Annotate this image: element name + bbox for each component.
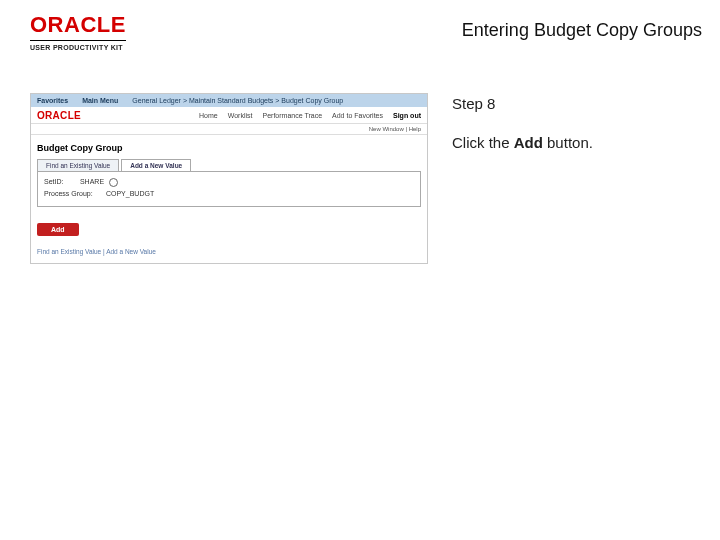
instruction-pane: Step 8 Click the Add button. bbox=[452, 93, 593, 264]
link-perf[interactable]: Performance Trace bbox=[263, 112, 323, 119]
breadcrumb: General Ledger > Maintain Standard Budge… bbox=[132, 97, 343, 104]
instr-suffix: button. bbox=[543, 134, 593, 151]
instruction-text: Click the Add button. bbox=[452, 134, 593, 151]
oracle-logo: ORACLE bbox=[30, 14, 126, 36]
module-title: Budget Copy Group bbox=[31, 135, 427, 159]
newwin-bar[interactable]: New Window | Help bbox=[31, 124, 427, 135]
setid-value[interactable]: SHARE bbox=[80, 178, 104, 185]
add-button[interactable]: Add bbox=[37, 223, 79, 236]
tab-find[interactable]: Find an Existing Value bbox=[37, 159, 119, 171]
lookup-icon[interactable] bbox=[106, 178, 118, 185]
app-secondbar: ORACLE Home Worklist Performance Trace A… bbox=[31, 107, 427, 124]
instr-prefix: Click the bbox=[452, 134, 514, 151]
link-signout[interactable]: Sign out bbox=[393, 112, 421, 119]
main-row: Favorites Main Menu General Ledger > Mai… bbox=[0, 57, 720, 264]
topbar-favorites[interactable]: Favorites bbox=[37, 97, 68, 104]
topbar-mainmenu[interactable]: Main Menu bbox=[82, 97, 118, 104]
setid-row: SetID: SHARE bbox=[44, 178, 414, 187]
form-pane: SetID: SHARE Process Group: COPY_BUDGT bbox=[37, 171, 421, 207]
lesson-title: Entering Budget Copy Groups bbox=[462, 14, 702, 41]
step-label: Step 8 bbox=[452, 95, 593, 112]
oracle-logo-block: ORACLE USER PRODUCTIVITY KIT bbox=[30, 14, 126, 51]
link-worklist[interactable]: Worklist bbox=[228, 112, 253, 119]
oracle-mini-logo: ORACLE bbox=[37, 110, 81, 121]
upk-label: USER PRODUCTIVITY KIT bbox=[30, 40, 126, 51]
footer-links[interactable]: Find an Existing Value | Add a New Value bbox=[31, 242, 427, 263]
group-row: Process Group: COPY_BUDGT bbox=[44, 190, 414, 197]
app-screenshot: Favorites Main Menu General Ledger > Mai… bbox=[30, 93, 428, 264]
page-header: ORACLE USER PRODUCTIVITY KIT Entering Bu… bbox=[0, 0, 720, 57]
tab-add[interactable]: Add a New Value bbox=[121, 159, 191, 171]
group-value[interactable]: COPY_BUDGT bbox=[106, 190, 154, 197]
link-home[interactable]: Home bbox=[199, 112, 218, 119]
app-topbar: Favorites Main Menu General Ledger > Mai… bbox=[31, 94, 427, 107]
tab-strip: Find an Existing Value Add a New Value bbox=[31, 159, 427, 171]
group-label: Process Group: bbox=[44, 190, 104, 197]
instr-bold: Add bbox=[514, 134, 543, 151]
setid-label: SetID: bbox=[44, 178, 78, 185]
secondary-links: Home Worklist Performance Trace Add to F… bbox=[199, 112, 421, 119]
link-fav[interactable]: Add to Favorites bbox=[332, 112, 383, 119]
